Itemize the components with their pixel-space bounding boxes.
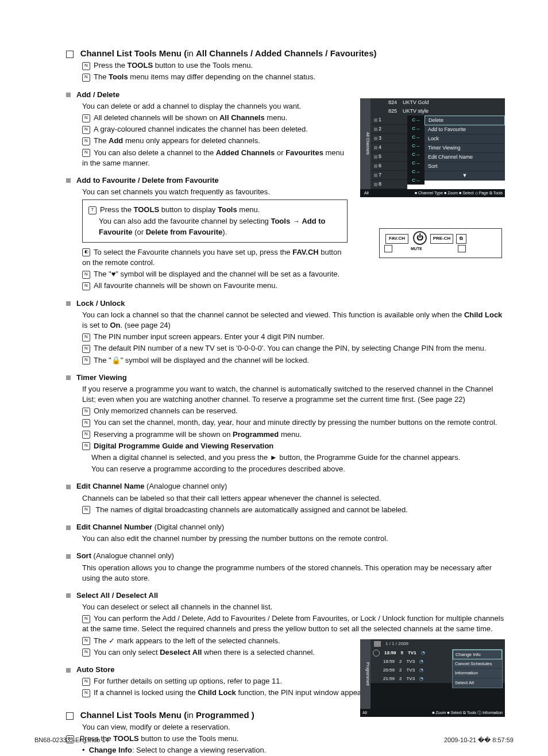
section-title-1: Channel List Tools Menu (in All Channels… (66, 47, 508, 59)
text: NThe "♥" symbol will be displayed and th… (82, 269, 348, 279)
bullet-icon (66, 93, 71, 97)
text: NThe default PIN number of a new TV set … (82, 343, 508, 354)
text: You can also edit the channel number by … (82, 534, 508, 544)
prech-button: PRE-CH (430, 234, 453, 244)
source-button-icon: ⧉ (456, 234, 466, 244)
text: NYou can set the channel, month, day, ye… (82, 417, 508, 428)
text: NYou can also delete a channel to the Ad… (82, 148, 348, 168)
popup-item[interactable]: Add to Favourite (424, 125, 505, 135)
text: NDigital Programme Guide and Viewing Res… (82, 441, 508, 451)
btn-icon (458, 245, 466, 252)
popup-item[interactable]: Cancel Schedules (453, 659, 502, 669)
popup-item[interactable]: Select All (453, 678, 502, 688)
text: • Change Info: Select to change a viewin… (82, 745, 348, 755)
text: NThe "🔒" symbol will be displayed and th… (82, 355, 508, 366)
bullet-icon (66, 178, 71, 183)
subheading-sort: Sort (Analogue channel only) (66, 551, 508, 561)
bullet-icon (66, 301, 71, 306)
clock-icon (373, 650, 380, 657)
note-icon: N (82, 126, 90, 134)
note-icon: N (82, 408, 90, 416)
popup-item[interactable]: Sort (424, 162, 505, 171)
subheading-editnum: Edit Channel Number (Digital channel onl… (66, 522, 508, 532)
subheading-editname: Edit Channel Name (Analogue channel only… (66, 481, 508, 492)
osd-tools-popup: Delete Add to Favourite Lock Timer Viewi… (424, 116, 505, 189)
text: NThe Add menu only appears for deleted c… (82, 136, 348, 146)
btn-icon (384, 245, 392, 252)
subheading-selectall: Select All / Deselect All (66, 590, 508, 601)
power-button-icon: ⏻ (413, 231, 427, 245)
square-icon (66, 712, 74, 720)
tools-icon: T (88, 206, 97, 214)
note-icon: N (82, 62, 90, 70)
text: NOnly memorized channels can be reserved… (82, 406, 508, 416)
type-icon (374, 183, 377, 186)
osd-tools-popup: Change Info Cancel Schedules Information… (452, 649, 503, 688)
subheading-timer: Timer Viewing (66, 373, 508, 383)
note-icon: N (82, 356, 90, 364)
text: You can delete or add a channel to displ… (82, 101, 348, 112)
type-icon (374, 164, 377, 168)
text: NReserving a programme will be shown on … (82, 429, 508, 440)
bullet-icon (66, 668, 71, 673)
popup-item[interactable]: Timer Viewing (424, 144, 505, 153)
text: NYou can perform the Add / Delete, Add t… (82, 613, 508, 634)
osd-sidebar-label: All Channels (360, 98, 371, 189)
bullet-icon (66, 375, 71, 380)
text: NThe PIN number input screen appears. En… (82, 332, 508, 342)
text: NPress the TOOLS button to use the Tools… (82, 60, 508, 71)
text: You can set channels you watch frequentl… (82, 187, 348, 197)
text: ◐To select the Favourite channels you ha… (82, 247, 348, 268)
bullet-icon (66, 593, 71, 598)
subheading-favourite: Add to Favourite / Delete from Favourite (66, 175, 348, 186)
type-icon (374, 174, 377, 177)
remote-icon: ◐ (82, 248, 90, 256)
note-icon: N (82, 114, 90, 122)
note-icon: N (82, 678, 90, 686)
type-icon (374, 137, 377, 140)
note-icon: N (82, 637, 90, 645)
osd-footer: All ■ Channel Type ■ Zoom ■ Select ◇ Pag… (360, 189, 505, 197)
bullet-icon (66, 525, 71, 530)
text: NAll favourite channels will be shown on… (82, 281, 348, 291)
note-icon: N (82, 271, 90, 279)
note-icon: N (82, 648, 90, 657)
osd-row: 825UKTV style (371, 107, 505, 116)
text: This operation allows you to change the … (82, 563, 508, 584)
popup-item[interactable]: Lock (424, 135, 505, 144)
square-icon (66, 51, 74, 58)
popup-item[interactable]: Edit Channel Name (424, 153, 505, 162)
mute-label: MUTE (411, 246, 422, 252)
text: NAll deleted channels will be shown on A… (82, 113, 348, 123)
text: You can deselect or select all channels … (82, 602, 508, 612)
text: You can view, modify or delete a reserva… (82, 722, 508, 732)
print-footer: BN68-02333J-Eng.indb 14 2009-10-21 �� 8:… (0, 736, 548, 745)
note-icon: N (82, 689, 90, 697)
note-icon: N (82, 419, 90, 427)
note-icon: N (82, 282, 90, 290)
type-icon (374, 118, 377, 122)
note-icon: N (82, 149, 90, 157)
note-icon: N (82, 333, 90, 341)
note-icon: N (82, 506, 90, 514)
popup-item[interactable]: Information (453, 669, 502, 678)
note-icon: N (82, 431, 90, 439)
callout-box: TPress the TOOLS button to display Tools… (82, 199, 348, 243)
type-icon (374, 146, 377, 149)
osd-sidebar-label: Programmed (360, 639, 371, 709)
note-icon: N (82, 137, 90, 145)
text: N The names of digital broadcasting chan… (82, 505, 508, 515)
note-icon: N (82, 74, 90, 82)
icon (374, 641, 381, 647)
osd-footer: All ■ Zoom ■ Select ⧉ Tools ⓘ Informatio… (360, 709, 505, 717)
note-icon: N (82, 615, 90, 623)
osd-channel-list: All Channels 824UKTV Gold 825UKTV style … (360, 98, 505, 197)
text: You can lock a channel so that the chann… (82, 310, 508, 331)
text: NA gray-coloured channel indicates the c… (82, 124, 348, 135)
bullet-icon (66, 485, 71, 489)
popup-item[interactable]: Change Info (453, 650, 502, 659)
text: If you reserve a programme you want to w… (82, 384, 508, 405)
subheading-add-delete: Add / Delete (66, 90, 348, 100)
popup-item[interactable]: Delete (424, 116, 505, 125)
bullet-icon (66, 554, 71, 559)
